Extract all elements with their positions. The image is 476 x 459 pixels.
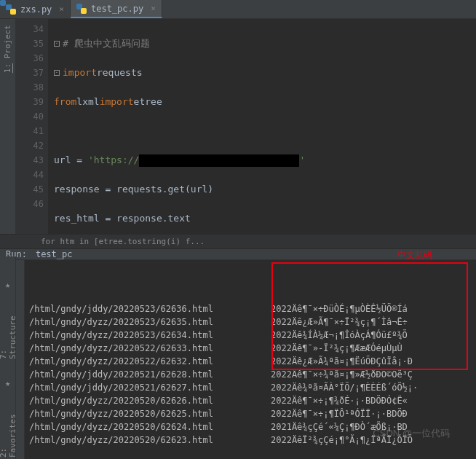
favorites-toolwindow-button[interactable]: 2: Favorites: [0, 406, 19, 459]
project-toolwindow-button[interactable]: 1: Project: [1, 23, 14, 74]
left-side-tools: ★ 7: Structure ★ 2: Favorites: [0, 256, 16, 459]
left-tool-strip: 1: Project: [0, 19, 16, 234]
code-area[interactable]: -# 爬虫中文乱码问题 -import requests from lxml i…: [48, 19, 476, 234]
close-icon[interactable]: ×: [151, 4, 156, 13]
annotation-label: 中文乱码: [397, 249, 432, 262]
redacted-area: [139, 154, 299, 167]
tab-label: test_pc.py: [91, 4, 143, 14]
fold-icon[interactable]: -: [54, 41, 60, 47]
tab-label: zxs.py: [20, 4, 52, 15]
python-icon: [6, 4, 16, 15]
python-icon: [76, 4, 87, 14]
console-line: /html/gndy/jddy/20220521/62628.html2022Ä…: [29, 368, 472, 381]
star-icon: ★: [5, 280, 10, 290]
console-line: /html/gndy/dyzz/20220523/62635.html2022Ä…: [29, 315, 472, 329]
console-line: /html/gndy/jddy/20220523/62636.html2022Ä…: [29, 302, 472, 315]
tab-test-pc[interactable]: test_pc.py ×: [71, 0, 162, 18]
console-line: /html/gndy/dyzz/20220523/62634.html2022Ä…: [29, 329, 472, 342]
star-icon: ★: [5, 378, 10, 388]
console-line: /html/gndy/dyzz/20220522/62632.html2022Ä…: [29, 355, 472, 368]
structure-toolwindow-button[interactable]: 7: Structure: [0, 307, 19, 361]
console-line: /html/gndy/dyzz/20220520/62625.html2022Ä…: [29, 407, 472, 420]
console-line: /html/gndy/dyzz/20220522/62633.html2022Ä…: [29, 342, 472, 355]
code-editor[interactable]: 34353637383940414243444546 -# 爬虫中文乱码问题 -…: [16, 19, 476, 234]
breadcrumb[interactable]: for htm in [etree.tostring(i) f...: [0, 234, 476, 249]
console-line: /html/gndy/jddy/20220521/62627.html2022Ä…: [29, 381, 472, 394]
tab-zxs[interactable]: zxs.py ×: [0, 0, 71, 18]
watermark: CSDN @一位代码: [373, 427, 450, 440]
fold-icon[interactable]: -: [54, 70, 60, 76]
run-config-name[interactable]: test_pc: [36, 249, 73, 259]
editor-tab-bar: zxs.py × test_pc.py ×: [0, 0, 476, 19]
console-line: /html/gndy/dyzz/20220520/62626.html2022Ä…: [29, 394, 472, 407]
line-gutter: 34353637383940414243444546: [16, 19, 48, 234]
close-icon[interactable]: ×: [59, 4, 64, 14]
